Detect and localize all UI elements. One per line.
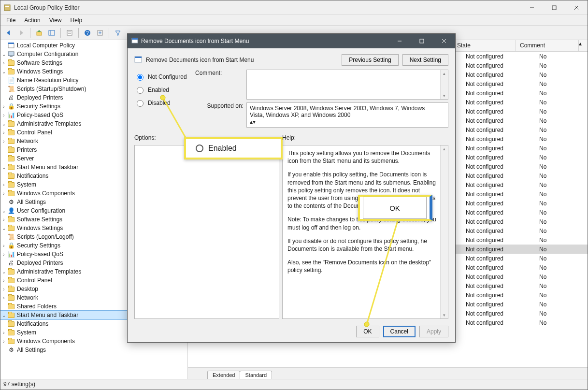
menu-file[interactable]: File <box>2 16 19 25</box>
state-cell: Not configured <box>462 310 525 317</box>
comment-field[interactable]: ▴▾ <box>246 70 448 100</box>
tree-cc[interactable]: Computer Configuration <box>17 51 78 58</box>
tab-standard[interactable]: Standard <box>240 371 272 379</box>
help-button[interactable]: ? <box>82 28 93 38</box>
help-label: Help: <box>282 134 296 141</box>
tree-prn[interactable]: Printers <box>17 146 37 153</box>
tree-sf[interactable]: Shared Folders <box>17 303 57 310</box>
next-setting-button[interactable]: Next Setting <box>402 54 448 66</box>
tree-cp[interactable]: Control Panel <box>17 129 52 136</box>
tab-extended[interactable]: Extended <box>207 371 240 379</box>
tree-smt[interactable]: Start Menu and Taskbar <box>17 164 78 171</box>
radio-not-configured[interactable]: Not Configured <box>134 72 192 81</box>
radio-enabled[interactable]: Enabled <box>134 86 192 94</box>
apply-button[interactable]: Apply <box>419 326 448 337</box>
comment-cell: No <box>525 319 588 326</box>
menu-view[interactable]: View <box>45 16 66 25</box>
svg-text:?: ? <box>86 30 89 36</box>
printer-icon: 🖨 <box>7 94 15 101</box>
tree-nrp[interactable]: Name Resolution Policy <box>17 77 78 84</box>
comment-cell: No <box>525 274 588 280</box>
tree-net2[interactable]: Network <box>17 294 38 301</box>
svg-rect-1 <box>5 6 9 7</box>
tree-uc[interactable]: User Configuration <box>17 207 65 214</box>
options-box <box>134 145 279 319</box>
menu-help[interactable]: Help <box>67 16 86 25</box>
svg-rect-22 <box>420 39 424 43</box>
dialog-minimize[interactable] <box>388 34 411 48</box>
tree-desk[interactable]: Desktop <box>17 286 38 292</box>
tree-pbq[interactable]: Policy-based QoS <box>17 112 63 118</box>
tree-at2[interactable]: Administrative Templates <box>17 268 81 275</box>
tree-as[interactable]: All Settings <box>17 199 46 205</box>
close-button[interactable] <box>565 0 588 15</box>
up-button[interactable] <box>34 28 44 38</box>
state-cell: Not configured <box>462 62 525 69</box>
col-comment[interactable]: Comment <box>516 40 579 51</box>
radio-disabled[interactable]: Disabled <box>134 99 192 107</box>
minimize-button[interactable] <box>521 0 543 15</box>
doc-icon: 📄 <box>7 76 15 84</box>
filter-button[interactable] <box>113 28 123 38</box>
state-cell: Not configured <box>462 53 525 60</box>
tree-pbq2[interactable]: Policy-based QoS <box>17 251 63 258</box>
comment-cell: No <box>525 237 588 244</box>
comment-cell: No <box>525 72 588 78</box>
callout-ok-label: OK <box>363 197 427 219</box>
tree-wc2[interactable]: Windows Components <box>17 338 75 345</box>
state-cell: Not configured <box>462 283 525 289</box>
tree-dp[interactable]: Deployed Printers <box>17 94 63 101</box>
tree-sys[interactable]: System <box>17 181 36 188</box>
back-button[interactable] <box>3 28 14 38</box>
forward-button[interactable] <box>16 28 27 38</box>
properties-button[interactable] <box>64 28 75 38</box>
tree-ws[interactable]: Windows Settings <box>17 68 63 75</box>
tree-sec2[interactable]: Security Settings <box>17 242 60 249</box>
comment-cell: No <box>525 127 588 133</box>
tree-net[interactable]: Network <box>17 138 38 144</box>
tree-smt2[interactable]: Start Menu and Taskbar <box>17 312 78 318</box>
cancel-button[interactable]: Cancel <box>383 326 416 337</box>
dialog-icon <box>131 37 138 45</box>
help-box: This policy setting allows you to remove… <box>282 145 448 319</box>
tree-root[interactable]: Local Computer Policy <box>17 42 75 49</box>
script-icon: 📜 <box>7 85 15 93</box>
scroll-up-icon[interactable]: ▴ <box>579 40 588 51</box>
tree-srv[interactable]: Server <box>17 155 34 162</box>
maximize-button[interactable] <box>543 0 565 15</box>
svg-rect-18 <box>10 56 13 57</box>
state-cell: Not configured <box>462 163 525 170</box>
comment-cell: No <box>525 99 588 106</box>
tree-as2[interactable]: All Settings <box>17 347 46 353</box>
tree-dp2[interactable]: Deployed Printers <box>17 260 63 266</box>
help-p4: If you disable or do not configure this … <box>287 237 437 253</box>
tree-ss2[interactable]: Software Settings <box>17 216 62 223</box>
tree-scr2[interactable]: Scripts (Logon/Logoff) <box>17 233 74 240</box>
tree-ws2[interactable]: Windows Settings <box>17 225 63 231</box>
tree-sys2[interactable]: System <box>17 329 36 336</box>
dialog-close[interactable] <box>433 34 455 48</box>
tree-cp2[interactable]: Control Panel <box>17 277 52 284</box>
policy-heading-icon <box>134 56 142 65</box>
tree-notif2[interactable]: Notifications <box>17 320 48 327</box>
comment-cell: No <box>525 154 588 161</box>
svg-rect-6 <box>37 32 42 35</box>
tree-wc[interactable]: Windows Components <box>17 190 75 197</box>
menu-action[interactable]: Action <box>20 16 44 25</box>
radio-en-label: Enabled <box>148 87 169 93</box>
help-scrollbar[interactable]: ▴▾ <box>440 145 448 318</box>
previous-setting-button[interactable]: Previous Setting <box>342 54 398 66</box>
tree-sec[interactable]: Security Settings <box>17 103 60 110</box>
tree-at[interactable]: Administrative Templates <box>17 120 81 127</box>
tree-notif[interactable]: Notifications <box>17 173 48 179</box>
svg-rect-7 <box>49 30 55 35</box>
col-state[interactable]: State <box>453 40 516 51</box>
show-hide-tree-button[interactable] <box>46 28 57 38</box>
export-button[interactable] <box>95 28 105 38</box>
tree-scr1[interactable]: Scripts (Startup/Shutdown) <box>17 86 86 92</box>
ok-button[interactable]: OK <box>356 326 379 337</box>
state-cell: Not configured <box>462 191 525 198</box>
tree-ss[interactable]: Software Settings <box>17 59 62 66</box>
dialog-maximize[interactable] <box>411 34 433 48</box>
comment-cell: No <box>525 182 588 188</box>
